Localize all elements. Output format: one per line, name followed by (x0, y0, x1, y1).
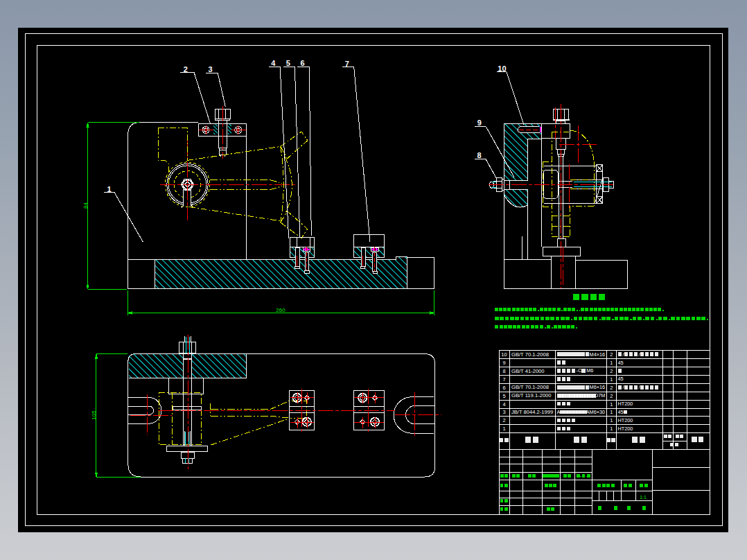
svg-text:10: 10 (501, 351, 507, 358)
svg-text:GB/T 119.1-2000: GB/T 119.1-2000 (511, 392, 552, 399)
svg-text:-C: -C (577, 367, 582, 374)
svg-text:4: 4 (271, 59, 276, 67)
svg-text:JB/T 8044.2-1999: JB/T 8044.2-1999 (511, 409, 553, 415)
svg-text:4: 4 (502, 401, 505, 408)
svg-text:M6: M6 (586, 367, 593, 374)
svg-text:260: 260 (276, 307, 285, 313)
svg-text:1: 1 (610, 376, 613, 383)
svg-text:2: 2 (502, 417, 505, 423)
svg-text:1: 1 (610, 401, 613, 408)
svg-text:3: 3 (502, 409, 505, 415)
svg-text:1: 1 (502, 426, 505, 432)
svg-text:1: 1 (107, 185, 111, 193)
svg-text:5: 5 (502, 393, 505, 399)
svg-text:6: 6 (502, 385, 505, 391)
svg-text:6: 6 (300, 59, 304, 67)
svg-text:GB/T 70.1-2008: GB/T 70.1-2008 (511, 384, 549, 390)
svg-text:M4×16: M4×16 (590, 351, 606, 358)
svg-text:7: 7 (345, 60, 349, 68)
svg-text:84: 84 (82, 202, 89, 209)
svg-text:2: 2 (610, 368, 613, 374)
svg-text:9: 9 (477, 119, 482, 127)
svg-text:7: 7 (502, 376, 505, 383)
svg-text:1: 1 (610, 360, 613, 366)
svg-text:1:1: 1:1 (640, 495, 647, 500)
svg-text:2: 2 (610, 385, 613, 391)
svg-text:GB/T 70.1-2008: GB/T 70.1-2008 (511, 351, 549, 358)
svg-text:1: 1 (610, 426, 613, 432)
svg-text:8: 8 (502, 368, 505, 374)
svg-text:HT200: HT200 (618, 417, 633, 423)
svg-text:HT200: HT200 (618, 426, 633, 432)
svg-text:45: 45 (618, 409, 624, 415)
svg-text:45: 45 (618, 360, 624, 366)
svg-text:HT200: HT200 (618, 401, 633, 407)
svg-text:3: 3 (208, 65, 212, 73)
svg-text:A: A (557, 409, 561, 415)
svg-text:45: 45 (618, 376, 624, 382)
svg-text:2: 2 (184, 65, 188, 73)
svg-text:105: 105 (91, 410, 97, 420)
svg-text:8: 8 (477, 151, 481, 159)
svg-text:M6×16: M6×16 (590, 384, 606, 390)
svg-text:2: 2 (610, 393, 613, 399)
svg-text:D7M: D7M (595, 392, 605, 399)
svg-text:9: 9 (502, 360, 505, 366)
svg-text:GB/T 41-2000: GB/T 41-2000 (511, 368, 545, 374)
svg-text:2: 2 (610, 351, 613, 358)
svg-text:1: 1 (610, 417, 613, 423)
svg-text:5: 5 (286, 59, 290, 67)
svg-text:AM6×30: AM6×30 (586, 409, 605, 415)
svg-text:1: 1 (610, 409, 613, 415)
svg-text:10: 10 (498, 64, 506, 73)
